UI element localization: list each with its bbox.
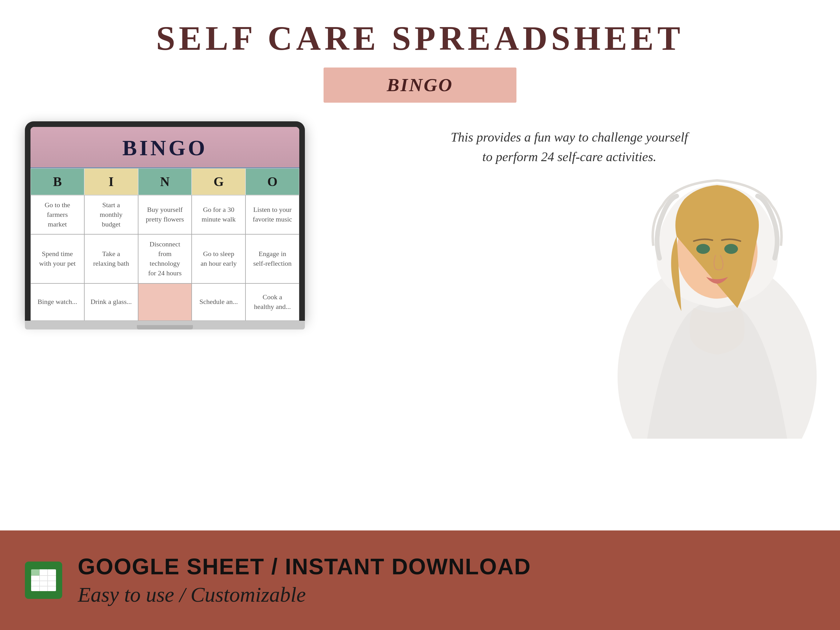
- woman-figure-svg: [600, 159, 834, 439]
- right-section: This provides a fun way to challenge you…: [324, 122, 815, 179]
- col-g: G: [192, 168, 245, 195]
- bingo-cell-3-2: Drink a glass...: [84, 283, 138, 321]
- bingo-cell-1-1: Go to thefarmersmarket: [30, 195, 84, 234]
- spreadsheet-header: BINGO: [30, 127, 299, 168]
- bingo-cell-2-5: Engage inself-reflection: [245, 234, 299, 283]
- col-n: N: [138, 168, 192, 195]
- laptop-base: [25, 321, 305, 330]
- svg-rect-11: [31, 569, 39, 576]
- bingo-row-3: Binge watch... Drink a glass... Schedule…: [30, 283, 299, 321]
- bingo-cell-2-3: Disconnectfromtechnologyfor 24 hours: [138, 234, 192, 283]
- bingo-cell-2-1: Spend timewith your pet: [30, 234, 84, 283]
- google-sheets-icon: [25, 562, 62, 599]
- bingo-cell-1-2: Start amonthlybudget: [84, 195, 138, 234]
- page-title: SELF CARE SPREADSHEET: [0, 0, 840, 58]
- bingo-cell-2-4: Go to sleepan hour early: [192, 234, 245, 283]
- bingo-columns: B I N G O: [30, 168, 299, 195]
- bingo-cell-1-3: Buy yourselfpretty flowers: [138, 195, 192, 234]
- bingo-cell-3-1: Binge watch...: [30, 283, 84, 321]
- bottom-title: GOOGLE SHEET / INSTANT DOWNLOAD: [78, 554, 531, 579]
- col-i: I: [84, 168, 138, 195]
- svg-point-3: [724, 244, 738, 254]
- bingo-banner: BINGO: [324, 68, 516, 103]
- bingo-cell-3-5: Cook ahealthy and...: [245, 283, 299, 321]
- bingo-cell-free: [138, 283, 192, 321]
- spreadsheet-title: BINGO: [122, 136, 207, 160]
- woman-illustration: [600, 159, 834, 439]
- laptop-outer: BINGO B I N G O Go to thefarmersmarket S…: [25, 122, 305, 321]
- svg-point-2: [696, 244, 710, 254]
- bottom-banner: GOOGLE SHEET / INSTANT DOWNLOAD Easy to …: [0, 531, 840, 630]
- bottom-subtitle: Easy to use / Customizable: [78, 583, 531, 607]
- bingo-row-1: Go to thefarmersmarket Start amonthlybud…: [30, 195, 299, 234]
- bingo-cell-2-2: Take arelaxing bath: [84, 234, 138, 283]
- col-o: O: [245, 168, 299, 195]
- laptop-mockup: BINGO B I N G O Go to thefarmersmarket S…: [25, 122, 305, 330]
- bottom-text-area: GOOGLE SHEET / INSTANT DOWNLOAD Easy to …: [78, 554, 531, 607]
- content-area: BINGO B I N G O Go to thefarmersmarket S…: [0, 103, 840, 330]
- bingo-cell-1-4: Go for a 30minute walk: [192, 195, 245, 234]
- bingo-cell-1-5: Listen to yourfavorite music: [245, 195, 299, 234]
- bingo-banner-text: BINGO: [387, 75, 453, 95]
- laptop-screen: BINGO B I N G O Go to thefarmersmarket S…: [30, 127, 299, 321]
- bingo-row-2: Spend timewith your pet Take arelaxing b…: [30, 234, 299, 283]
- bingo-cell-3-4: Schedule an...: [192, 283, 245, 321]
- col-b: B: [30, 168, 84, 195]
- spreadsheet: BINGO B I N G O Go to thefarmersmarket S…: [30, 127, 299, 321]
